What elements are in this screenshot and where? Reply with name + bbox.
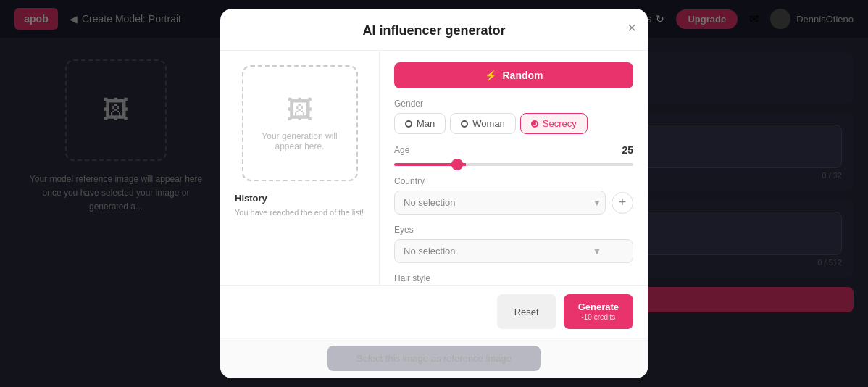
country-label: Country: [394, 176, 633, 186]
modal: AI influencer generator × 🖼 Your generat…: [220, 9, 648, 378]
modal-bottom: Select this image as reference image: [220, 338, 648, 378]
modal-right: ⚡ Random Gender Man Woman: [380, 51, 648, 285]
gender-option-secrecy[interactable]: Secrecy: [520, 113, 588, 134]
gender-option-woman[interactable]: Woman: [450, 113, 516, 134]
generate-button[interactable]: Generate -10 credits: [564, 294, 633, 329]
age-label: Age: [394, 145, 409, 155]
age-value: 25: [622, 144, 633, 156]
modal-body: 🖼 Your generation will appear here. Hist…: [220, 51, 648, 285]
gender-option-man[interactable]: Man: [394, 113, 446, 134]
modal-title: AI influencer generator: [362, 23, 505, 38]
preview-image-icon: 🖼: [287, 95, 313, 125]
generate-label: Generate: [578, 301, 619, 313]
close-button[interactable]: ×: [627, 20, 636, 35]
age-slider[interactable]: [394, 163, 633, 166]
radio-man: [405, 120, 412, 128]
eyes-field: Eyes No selection ▼: [394, 225, 633, 263]
history-empty-text: You have reached the end of the list!: [235, 208, 364, 217]
gender-man-label: Man: [417, 118, 435, 129]
modal-overlay: AI influencer generator × 🖼 Your generat…: [0, 0, 868, 387]
select-reference-button[interactable]: Select this image as reference image: [327, 346, 541, 371]
history-section: History You have reached the end of the …: [235, 193, 364, 217]
country-field: Country No selection ▼ +: [394, 176, 633, 215]
reset-button[interactable]: Reset: [497, 294, 556, 329]
age-row: Age 25: [394, 144, 633, 156]
radio-woman: [461, 120, 468, 128]
history-label: History: [235, 193, 364, 204]
modal-header: AI influencer generator ×: [220, 9, 648, 51]
gender-options: Man Woman Secrecy: [394, 113, 633, 134]
country-add-button[interactable]: +: [612, 192, 633, 214]
eyes-label: Eyes: [394, 225, 633, 235]
eyes-select[interactable]: No selection: [394, 239, 633, 263]
gender-secrecy-label: Secrecy: [543, 118, 577, 129]
age-field: Age 25: [394, 144, 633, 166]
random-button[interactable]: ⚡ Random: [394, 62, 633, 88]
modal-footer: Reset Generate -10 credits: [220, 285, 648, 338]
modal-left: 🖼 Your generation will appear here. Hist…: [220, 51, 380, 285]
generation-preview: 🖼 Your generation will appear here.: [242, 65, 358, 181]
country-select[interactable]: No selection: [394, 191, 606, 215]
hair-style-field: Hair style No selection ▼: [394, 273, 633, 285]
radio-secrecy: [531, 120, 538, 128]
eyes-select-wrap: No selection ▼: [394, 239, 633, 263]
country-select-wrap: No selection ▼ +: [394, 191, 633, 215]
gender-woman-label: Woman: [472, 118, 505, 129]
preview-placeholder-text: Your generation will appear here.: [251, 131, 349, 151]
gender-label: Gender: [394, 99, 633, 109]
gender-field: Gender Man Woman Secrecy: [394, 99, 633, 134]
generate-credits: -10 credits: [581, 313, 615, 322]
random-label: Random: [503, 70, 543, 81]
random-icon: ⚡: [485, 70, 497, 81]
hair-style-label: Hair style: [394, 273, 633, 283]
